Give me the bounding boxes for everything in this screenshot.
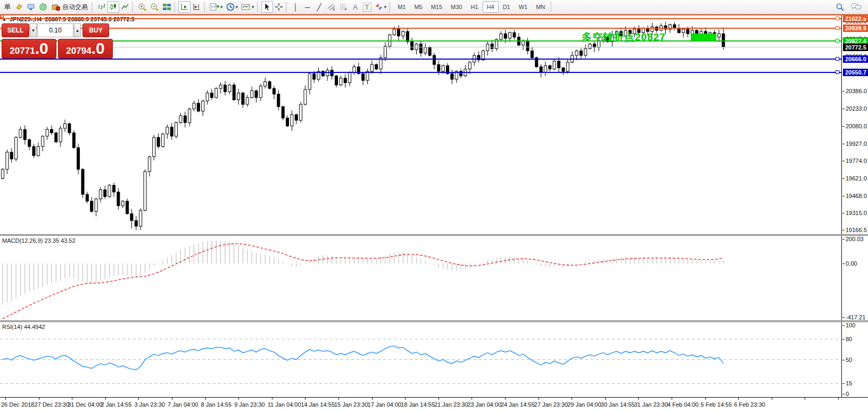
- price-tag-20772.5: 20772.5: [843, 44, 868, 51]
- sell-button[interactable]: SELL: [2, 23, 29, 37]
- price-tick-label: 19927.0: [846, 141, 867, 147]
- new-order-button[interactable]: 单: [2, 1, 13, 13]
- fibonacci-icon[interactable]: F: [337, 1, 350, 13]
- price-tick-label: 19468.0: [846, 193, 867, 199]
- text-icon[interactable]: A: [350, 1, 361, 13]
- sell-price-display[interactable]: 20771.0: [2, 39, 56, 59]
- date-label: 8 Jan 14:55: [201, 401, 232, 408]
- timeframe-H4[interactable]: H4: [483, 1, 499, 13]
- volume-decrease-button[interactable]: ▼: [30, 23, 37, 37]
- window-corner-marker-left[interactable]: [0, 14, 4, 18]
- terminal-icon[interactable]: [25, 1, 37, 13]
- dropdown-icon: ▾: [236, 4, 238, 10]
- date-label: 24 Jan 14:55: [501, 401, 535, 408]
- price-axis: 19166.519315.019468.019621.019774.019927…: [842, 14, 868, 234]
- chat-icon[interactable]: [849, 1, 863, 13]
- rsi-tick-label: 100: [846, 322, 855, 328]
- price-tag-20666.0: 20666.0: [843, 55, 868, 63]
- axis-tick: [842, 109, 845, 109]
- zoom-in-icon[interactable]: [136, 1, 148, 13]
- trendline-icon[interactable]: ╱: [313, 1, 325, 13]
- price-tick-label: 20386.0: [846, 88, 867, 94]
- time-axis: 26 Dec 201827 Dec 23:3031 Dec 04:002 Jan…: [0, 397, 868, 411]
- time-tick: [205, 398, 206, 400]
- equidistant-channel-icon[interactable]: E: [325, 1, 337, 13]
- templates-icon[interactable]: ▾: [239, 1, 256, 13]
- chart-annotation-text[interactable]: 多空转折点20827: [582, 30, 666, 44]
- text-label-icon[interactable]: T: [361, 1, 373, 13]
- svg-text:E: E: [333, 7, 335, 11]
- date-label: 29 Jan 04:00: [567, 401, 601, 408]
- timeframe-label: H1: [468, 4, 481, 10]
- axis-tick: [842, 325, 845, 326]
- timeframe-M30[interactable]: M30: [447, 1, 466, 13]
- price-tick-label: 19621.0: [846, 175, 867, 182]
- eraser-icon[interactable]: [13, 1, 25, 13]
- line-chart-icon[interactable]: [119, 1, 131, 13]
- buy-button[interactable]: BUY: [82, 23, 109, 37]
- time-tick: [705, 398, 706, 400]
- date-label: 21 Jan 23:30: [434, 401, 468, 408]
- timeframe-M5[interactable]: M5: [410, 1, 426, 13]
- timeframe-label: H4: [484, 4, 497, 10]
- time-tick: [272, 398, 272, 400]
- time-tick: [638, 398, 639, 400]
- date-label: 5 Feb 14:55: [701, 401, 732, 408]
- time-tick: [372, 398, 373, 400]
- time-tick: [238, 398, 239, 400]
- zoom-out-icon[interactable]: [148, 1, 161, 13]
- time-tick: [172, 398, 172, 400]
- crosshair-icon[interactable]: [273, 1, 285, 13]
- ohlc-values: 20867.5 20880.0 20745.0 20772.5: [45, 16, 134, 22]
- date-label: 26 Dec 2018: [1, 401, 34, 408]
- date-label: 7 Jan 04:00: [168, 401, 199, 408]
- time-tick: [738, 398, 739, 400]
- indicators-icon[interactable]: ▾: [208, 1, 225, 13]
- auto-scroll-icon[interactable]: [178, 1, 191, 13]
- rsi-tick-label: 15: [846, 380, 852, 386]
- volume-increase-button[interactable]: ▲: [74, 23, 81, 37]
- timeframe-M1[interactable]: M1: [393, 1, 410, 13]
- price-tag-20939.9: 20939.9: [843, 24, 868, 32]
- search-icon[interactable]: [834, 1, 846, 13]
- bar-chart-icon[interactable]: [96, 1, 108, 13]
- vertical-line-icon[interactable]: │: [290, 1, 302, 13]
- timeframe-MN[interactable]: MN: [532, 1, 549, 13]
- dropdown-icon: ▾: [252, 4, 254, 10]
- tile-windows-icon[interactable]: [161, 1, 173, 13]
- chart-annotation-box[interactable]: [691, 34, 716, 40]
- buy-price-display[interactable]: 20794.0: [58, 39, 113, 59]
- price-tick-label: 19166.5: [846, 227, 867, 233]
- autotrade-button[interactable]: 自动交易: [49, 1, 90, 13]
- autotrade-icon: [52, 3, 60, 11]
- timeframe-D1[interactable]: D1: [499, 1, 515, 13]
- radar-icon[interactable]: [37, 1, 49, 13]
- time-tick: [472, 398, 472, 400]
- horizontal-line-icon[interactable]: ─: [302, 1, 313, 13]
- date-label: 6 Feb 23:30: [734, 401, 765, 408]
- cursor-icon[interactable]: [261, 1, 273, 13]
- timeframe-H1[interactable]: H1: [467, 1, 483, 13]
- volume-input[interactable]: [37, 23, 73, 37]
- periods-icon[interactable]: ▾: [225, 1, 240, 13]
- rsi-tick-label: 50: [846, 357, 852, 363]
- time-tick: [39, 398, 39, 400]
- time-tick: [405, 398, 406, 400]
- timeframe-label: M15: [428, 4, 445, 10]
- date-label: 4 Feb 04:00: [667, 401, 699, 408]
- time-tick: [505, 398, 506, 400]
- date-label: 2 Jan 14:55: [101, 401, 132, 408]
- candlestick-chart-icon[interactable]: [108, 1, 119, 13]
- axis-tick: [842, 394, 845, 394]
- axis-tick: [842, 161, 845, 161]
- arrows-icon[interactable]: ▾: [373, 1, 388, 13]
- macd-label: MACD(12,26,9) 23.35 43.52: [2, 237, 76, 244]
- timeframe-M15[interactable]: M15: [427, 1, 447, 13]
- timeframe-W1[interactable]: W1: [515, 1, 532, 13]
- chart-shift-icon[interactable]: [191, 1, 203, 13]
- axis-tick: [842, 178, 845, 179]
- time-tick: [138, 398, 139, 400]
- time-tick: [572, 398, 572, 400]
- candlestick-plot[interactable]: 多空转折点20827 ▲ JPN225-,H4 20867.5 20880.0 …: [0, 14, 842, 234]
- date-label: 27 Dec 23:30: [35, 401, 69, 408]
